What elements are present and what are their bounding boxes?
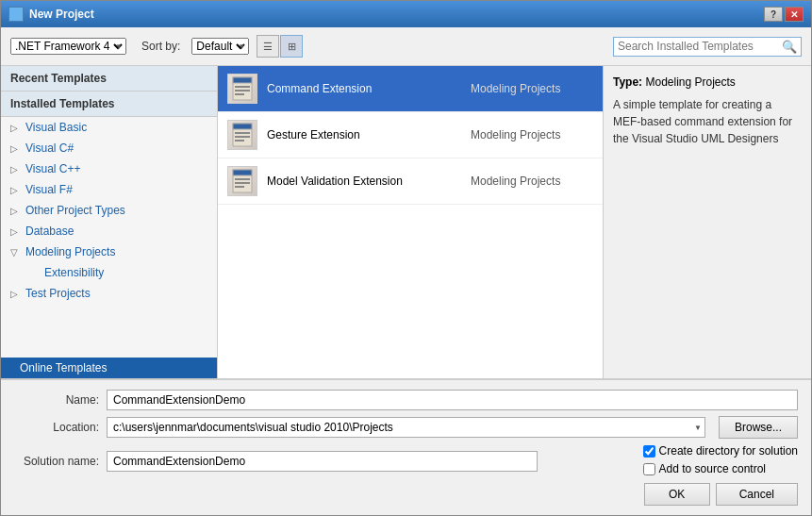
sidebar-item-extensibility[interactable]: Extensibility xyxy=(1,262,217,283)
cancel-button[interactable]: Cancel xyxy=(716,483,798,506)
template-name: Command Extension xyxy=(267,82,461,95)
svg-rect-6 xyxy=(233,124,252,129)
template-row[interactable]: Gesture Extension Modeling Projects xyxy=(218,112,603,158)
sidebar-item-vb[interactable]: ▷ Visual Basic xyxy=(1,117,217,138)
project-icon xyxy=(8,7,24,22)
template-icon xyxy=(227,120,257,150)
new-project-dialog: New Project ? ✕ .NET Framework 4 Sort by… xyxy=(0,0,812,516)
list-view-button[interactable]: ☰ xyxy=(257,35,279,58)
sidebar-item-label: Visual C++ xyxy=(25,162,80,175)
type-label: Type: xyxy=(613,75,642,89)
template-icon xyxy=(227,166,257,196)
arrow-icon: ▷ xyxy=(10,185,22,195)
svg-rect-1 xyxy=(233,77,252,83)
type-value: Modeling Projects xyxy=(645,75,735,89)
solution-label: Solution name: xyxy=(14,455,99,468)
info-description: A simple template for creating a MEF-bas… xyxy=(613,96,802,147)
name-label: Name: xyxy=(14,393,99,407)
create-dir-row: Create directory for solution xyxy=(643,444,798,458)
online-templates-item[interactable]: Online Templates xyxy=(1,358,217,378)
dialog-body: .NET Framework 4 Sort by: Default ☰ ⊞ 🔍 … xyxy=(1,27,811,515)
online-templates-label: Online Templates xyxy=(20,361,108,375)
sidebar-item-other[interactable]: ▷ Other Project Types xyxy=(1,200,217,221)
ok-button[interactable]: OK xyxy=(644,483,710,506)
location-selector[interactable]: c:\users\jennmar\documents\visual studio… xyxy=(107,417,705,438)
top-bar: .NET Framework 4 Sort by: Default ☰ ⊞ 🔍 xyxy=(1,27,811,66)
info-panel: Type: Modeling Projects A simple templat… xyxy=(604,66,811,378)
source-control-checkbox[interactable] xyxy=(643,463,655,475)
bottom-buttons: OK Cancel xyxy=(14,483,798,506)
sidebar-item-test[interactable]: ▷ Test Projects xyxy=(1,283,217,304)
arrow-icon: ▷ xyxy=(10,143,22,154)
search-box[interactable]: 🔍 xyxy=(613,37,802,57)
search-icon: 🔍 xyxy=(782,40,797,54)
template-list: Command Extension Modeling Projects Ges xyxy=(218,66,604,378)
location-select[interactable]: c:\users\jennmar\documents\visual studio… xyxy=(107,417,705,438)
svg-rect-4 xyxy=(235,93,244,95)
svg-rect-8 xyxy=(235,136,250,138)
framework-selector[interactable]: .NET Framework 4 xyxy=(10,38,126,55)
template-category: Modeling Projects xyxy=(471,128,593,141)
source-control-row: Add to source control xyxy=(643,462,798,475)
sidebar-item-cs[interactable]: ▷ Visual C# xyxy=(1,138,217,158)
sort-selector[interactable]: Default xyxy=(191,38,249,55)
grid-view-button[interactable]: ⊞ xyxy=(280,35,303,58)
sidebar-item-cpp[interactable]: ▷ Visual C++ xyxy=(1,158,217,179)
title-bar: New Project ? ✕ xyxy=(1,1,811,27)
browse-button[interactable]: Browse... xyxy=(719,416,798,439)
template-name: Gesture Extension xyxy=(267,128,461,141)
arrow-icon: ▷ xyxy=(10,123,22,133)
sidebar: Recent Templates Installed Templates ▷ V… xyxy=(1,66,218,378)
sidebar-item-label: Visual Basic xyxy=(25,121,87,134)
solution-input[interactable] xyxy=(107,451,538,472)
svg-rect-3 xyxy=(235,90,250,92)
arrow-icon: ▷ xyxy=(10,226,22,237)
svg-rect-9 xyxy=(235,140,244,141)
help-button[interactable]: ? xyxy=(764,7,783,22)
arrow-icon: ▷ xyxy=(10,164,22,175)
recent-templates-header: Recent Templates xyxy=(1,66,217,92)
template-name: Model Validation Extension xyxy=(267,175,461,188)
form-area: Name: Location: c:\users\jennmar\documen… xyxy=(1,378,811,515)
sidebar-item-label: Test Projects xyxy=(25,287,91,300)
template-category: Modeling Projects xyxy=(471,82,593,95)
arrow-icon: ▷ xyxy=(10,289,22,299)
name-input[interactable] xyxy=(107,390,798,410)
sidebar-item-label: Visual F# xyxy=(25,183,73,196)
create-dir-label: Create directory for solution xyxy=(659,444,798,458)
location-label: Location: xyxy=(14,421,99,434)
installed-templates-header: Installed Templates xyxy=(1,92,217,117)
sidebar-item-label: Visual C# xyxy=(25,141,74,155)
template-icon xyxy=(227,74,257,104)
sidebar-item-database[interactable]: ▷ Database xyxy=(1,221,217,241)
sidebar-item-fs[interactable]: ▷ Visual F# xyxy=(1,179,217,200)
search-input[interactable] xyxy=(618,40,782,53)
sidebar-item-label: Extensibility xyxy=(44,266,104,279)
sort-label: Sort by: xyxy=(141,40,180,53)
sidebar-item-label: Database xyxy=(25,225,74,238)
framework-select[interactable]: .NET Framework 4 xyxy=(10,38,126,55)
info-type: Type: Modeling Projects xyxy=(613,75,802,89)
template-row[interactable]: Command Extension Modeling Projects xyxy=(218,66,603,112)
sidebar-item-label: Modeling Projects xyxy=(25,245,115,258)
svg-rect-13 xyxy=(235,182,250,184)
view-toggle: ☰ ⊞ xyxy=(257,35,303,58)
location-row: Location: c:\users\jennmar\documents\vis… xyxy=(14,416,798,439)
close-button[interactable]: ✕ xyxy=(785,7,804,22)
source-control-label: Add to source control xyxy=(659,462,766,475)
name-row: Name: xyxy=(14,390,798,410)
main-area: Recent Templates Installed Templates ▷ V… xyxy=(1,66,811,378)
template-row[interactable]: Model Validation Extension Modeling Proj… xyxy=(218,158,603,205)
template-category: Modeling Projects xyxy=(471,175,593,188)
sidebar-item-modeling[interactable]: ▽ Modeling Projects xyxy=(1,241,217,262)
svg-rect-11 xyxy=(233,170,252,175)
arrow-icon: ▷ xyxy=(10,206,22,216)
svg-rect-14 xyxy=(235,186,244,188)
dialog-title: New Project xyxy=(29,8,94,21)
svg-rect-7 xyxy=(235,132,250,134)
create-dir-checkbox[interactable] xyxy=(643,445,655,458)
sidebar-item-label: Other Project Types xyxy=(25,204,125,217)
svg-rect-12 xyxy=(235,178,250,180)
svg-rect-2 xyxy=(235,86,250,88)
sort-select[interactable]: Default xyxy=(191,38,249,55)
